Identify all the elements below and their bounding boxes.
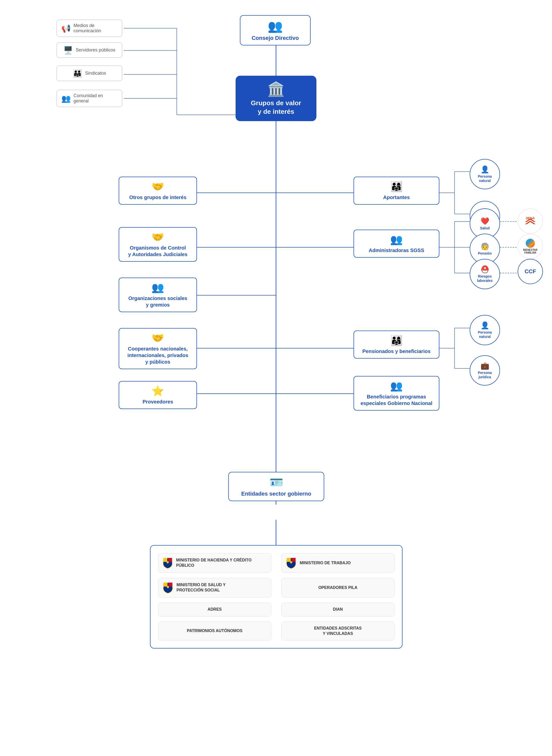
servidores-icon: 🖥️	[63, 46, 73, 54]
persona-natural-1-icon: 👤	[480, 165, 490, 174]
sindicatos-icon: 👨‍👨‍👧	[73, 69, 82, 78]
beneficiarios-icon: 👥	[390, 380, 403, 392]
gobierno-mt: MINISTERIO DE TRABAJO	[281, 553, 394, 573]
cooperantes-label: Cooperantes nacionales,internacionales, …	[127, 346, 188, 365]
persona-juridica-2-label: Personajurídica	[478, 371, 492, 379]
beneficiarios-label: Beneficiarios programasespeciales Gobier…	[361, 393, 433, 406]
eav-label: ENTIDADES ADSCRITASY VINCULADAS	[314, 626, 362, 636]
svg-point-48	[290, 561, 292, 563]
gobierno-eav: ENTIDADES ADSCRITASY VINCULADAS	[281, 621, 394, 641]
svg-point-44	[167, 561, 169, 563]
organismos-icon: 🤝	[151, 231, 164, 243]
sindicatos-label: Sindicatos	[85, 71, 106, 76]
msp-shield-icon	[163, 582, 173, 593]
gobierno-mhcp: MINISTERIO DE HACIENDA Y CRÉDITO PÚBLICO	[158, 553, 271, 573]
gobierno-op: OPERADORES PILA	[281, 578, 394, 597]
adres-label: ADRES	[208, 607, 222, 612]
administradoras-icon: 👥	[390, 234, 403, 245]
consejo-label: Consejo Directivo	[252, 35, 299, 41]
central-node: 🏛️ Grupos de valory de interés	[236, 76, 316, 121]
organizaciones-label: Organizaciones socialesy gremios	[128, 295, 187, 308]
servidores-label: Servidores públicos	[76, 47, 115, 53]
proveedores-icon: ⭐	[151, 385, 164, 397]
svg-rect-46	[292, 558, 296, 562]
beneficiarios-node: 👥 Beneficiarios programasespeciales Gobi…	[354, 376, 439, 410]
central-label: Grupos de valory de interés	[251, 99, 301, 116]
persona-natural-2-node: 👤 Personanatural	[470, 315, 500, 345]
organizaciones-icon: 👥	[151, 281, 164, 294]
sena-logo: SENA	[518, 208, 543, 234]
organismos-node: 🤝 Organismos de Controly Autoridades Jud…	[119, 227, 197, 262]
persona-natural-2-label: Personanatural	[478, 330, 492, 339]
mhcp-label: MINISTERIO DE HACIENDA Y CRÉDITO PÚBLICO	[176, 558, 266, 568]
riesgos-icon: ⛑️	[480, 265, 490, 273]
gobierno-pa: PATRIMONIOS AUTÓNOMOS	[158, 621, 271, 641]
gobierno-icon: 🪪	[269, 476, 283, 489]
ccf-label: CCF	[525, 268, 536, 275]
svg-rect-49	[163, 583, 167, 587]
organizaciones-node: 👥 Organizaciones socialesy gremios	[119, 277, 197, 312]
organismos-label: Organismos de Controly Autoridades Judic…	[128, 244, 187, 258]
otros-grupos-label: Otros grupos de interés	[129, 194, 186, 201]
sidebar-medios: 📢 Medios de comunicación	[56, 20, 122, 37]
medios-label: Medios de comunicación	[74, 23, 117, 34]
administradoras-node: 👥 Administradoras SGSS	[354, 230, 439, 258]
diagram-container: 👥 Consejo Directivo 🏛️ Grupos de valory …	[0, 0, 552, 756]
central-icon: 🏛️	[267, 81, 285, 98]
salud-label: Salud	[480, 226, 490, 230]
aportantes-label: Aportantes	[383, 194, 410, 201]
persona-juridica-2-icon: 💼	[480, 362, 490, 370]
svg-rect-45	[287, 558, 291, 562]
ccf-logo: CCF	[518, 259, 543, 284]
pension-label: Pensión	[478, 251, 492, 255]
mhcp-shield-icon	[163, 557, 172, 569]
administradoras-label: Administradoras SGSS	[369, 247, 424, 253]
consejo-icon: 👥	[268, 19, 283, 33]
mt-shield-icon	[286, 557, 296, 569]
consejo-directivo-node: 👥 Consejo Directivo	[240, 15, 311, 45]
gobierno-dian: DIAN	[281, 603, 394, 616]
svg-rect-50	[168, 583, 172, 587]
persona-natural-1-node: 👤 Personanatural	[470, 159, 500, 189]
aportantes-icon: 👨‍👩‍👧	[390, 181, 403, 193]
gobierno-node: 🪪 Entidades sector gobierno	[228, 472, 324, 501]
pa-label: PATRIMONIOS AUTÓNOMOS	[187, 628, 242, 633]
gobierno-adres: ADRES	[158, 603, 271, 616]
persona-juridica-2-node: 💼 Personajurídica	[470, 355, 500, 386]
svg-rect-41	[163, 558, 167, 562]
proveedores-node: ⭐ Proveedores	[119, 381, 197, 409]
svg-point-52	[167, 586, 169, 588]
pensionados-icon: 👨‍👩‍👧	[390, 335, 403, 347]
sidebar-servidores: 🖥️ Servidores públicos	[56, 42, 122, 58]
pensionados-node: 👨‍👩‍👧 Pensionados y beneficiarios	[354, 331, 439, 359]
gobierno-msp: MINISTERIO DE SALUD YPROTECCIÓN SOCIAL	[158, 578, 271, 597]
salud-icon: ❤️	[480, 217, 490, 225]
otros-grupos-node: 🤝 Otros grupos de interés	[119, 177, 197, 205]
pensionados-label: Pensionados y beneficiarios	[362, 348, 430, 355]
medios-icon: 📢	[61, 24, 71, 33]
riesgos-label: Riesgoslaborales	[477, 274, 493, 283]
aportantes-node: 👨‍👩‍👧 Aportantes	[354, 177, 439, 205]
gobierno-label: Entidades sector gobierno	[241, 491, 311, 497]
cooperantes-icon: 🤝	[151, 332, 164, 344]
dian-label: DIAN	[333, 607, 343, 612]
cooperantes-node: 🤝 Cooperantes nacionales,internacionales…	[119, 328, 197, 369]
op-label: OPERADORES PILA	[318, 585, 358, 590]
comunidad-icon: 👥	[61, 94, 71, 103]
gobierno-panel: MINISTERIO DE HACIENDA Y CRÉDITO PÚBLICO…	[150, 545, 403, 648]
persona-natural-1-label: Personanatural	[478, 174, 492, 183]
bienestar-logo: BIENESTARFAMILIAR	[518, 234, 543, 259]
sidebar-sindicatos: 👨‍👨‍👧 Sindicatos	[56, 65, 122, 81]
sena-logo-svg: SENA	[522, 212, 539, 230]
comunidad-label: Comunidad en general	[74, 93, 117, 104]
sidebar-comunidad: 👥 Comunidad en general	[56, 90, 122, 107]
msp-label: MINISTERIO DE SALUD YPROTECCIÓN SOCIAL	[176, 582, 226, 593]
proveedores-label: Proveedores	[142, 398, 173, 405]
svg-rect-42	[168, 558, 172, 562]
otros-grupos-icon: 🤝	[151, 181, 164, 193]
mt-label: MINISTERIO DE TRABAJO	[300, 560, 351, 566]
riesgos-node: ⛑️ Riesgoslaborales	[470, 259, 500, 289]
pension-icon: 🧓	[480, 242, 490, 250]
persona-natural-2-icon: 👤	[480, 321, 490, 330]
